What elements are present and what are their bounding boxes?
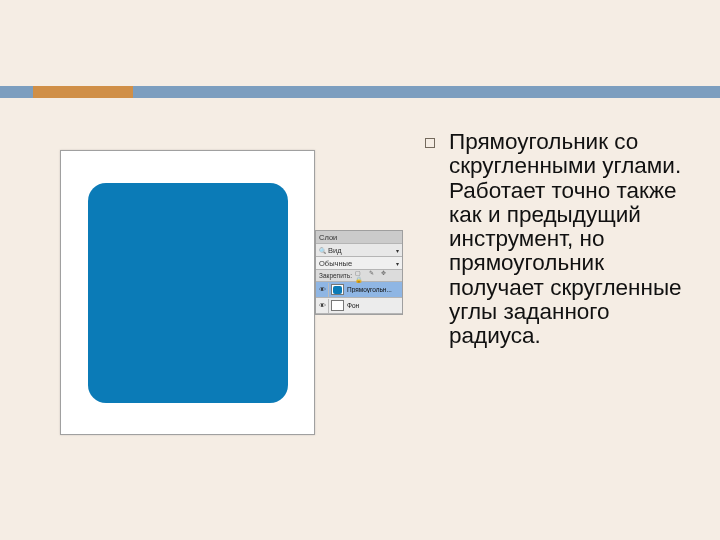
- panel-filter-label: Вид: [328, 246, 342, 255]
- chevron-down-icon: ▾: [396, 247, 399, 254]
- blend-mode-label: Обычные: [319, 259, 352, 268]
- bullet-square-icon: [425, 138, 435, 148]
- content-area: Слои 🔍 Вид ▾ Обычные ▾ Закрепить: ▢ ✎ ✥ …: [0, 130, 720, 510]
- canvas-area: [60, 150, 315, 435]
- divider: [328, 283, 329, 297]
- description-text: Прямоугольник со скругленными углами. Ра…: [449, 130, 690, 349]
- bullet-item: Прямоугольник со скругленными углами. Ра…: [425, 130, 690, 349]
- layer-thumbnail: [331, 284, 344, 295]
- illustration-column: Слои 🔍 Вид ▾ Обычные ▾ Закрепить: ▢ ✎ ✥ …: [60, 130, 390, 510]
- divider: [328, 299, 329, 313]
- rounded-rectangle-shape: [88, 183, 288, 403]
- lock-icons[interactable]: ▢ ✎ ✥ 🔒: [355, 269, 399, 283]
- layers-panel: Слои 🔍 Вид ▾ Обычные ▾ Закрепить: ▢ ✎ ✥ …: [315, 230, 403, 315]
- chevron-down-icon: ▾: [396, 260, 399, 267]
- visibility-icon[interactable]: 👁: [318, 302, 326, 309]
- layer-thumbnail: [331, 300, 344, 311]
- panel-tab-layers[interactable]: Слои: [316, 231, 402, 244]
- description-column: Прямоугольник со скругленными углами. Ра…: [425, 130, 690, 510]
- layer-row-background[interactable]: 👁 Фон: [316, 298, 402, 314]
- layer-row-rectangle[interactable]: 👁 Прямоугольн...: [316, 282, 402, 298]
- lock-label: Закрепить:: [319, 272, 352, 279]
- layer-name: Фон: [347, 302, 359, 309]
- visibility-icon[interactable]: 👁: [318, 286, 326, 293]
- layer-name: Прямоугольн...: [347, 286, 392, 293]
- panel-tab-label: Слои: [319, 233, 337, 242]
- accent-stripe: [33, 86, 133, 98]
- search-icon: 🔍: [319, 247, 326, 254]
- lock-row: Закрепить: ▢ ✎ ✥ 🔒: [316, 270, 402, 282]
- panel-filter-row[interactable]: 🔍 Вид ▾: [316, 244, 402, 257]
